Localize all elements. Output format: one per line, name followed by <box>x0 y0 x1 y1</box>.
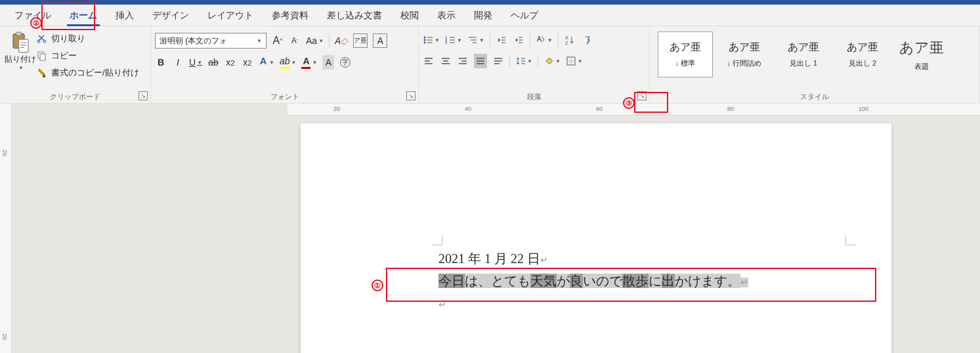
tab-developer[interactable]: 開発 <box>465 5 501 26</box>
copy-button[interactable]: コピー <box>37 50 139 62</box>
style-name: 見出し 2 <box>849 58 876 68</box>
decrease-indent-button[interactable] <box>496 33 507 47</box>
workspace: 20 20 20 40 60 80 100 2021 年 1 月 22 日↵ 今… <box>0 104 980 353</box>
hruler-tick: 80 <box>727 106 859 112</box>
tab-insert[interactable]: 挿入 <box>106 5 143 26</box>
multilevel-icon <box>467 35 478 45</box>
tab-review[interactable]: 校閲 <box>391 5 428 26</box>
enclose-char-button[interactable]: A <box>373 33 387 48</box>
font-color-button[interactable]: A ▼ <box>301 55 317 70</box>
hruler-tick: 40 <box>465 106 596 112</box>
svg-rect-7 <box>43 75 45 77</box>
paragraph-launcher[interactable]: ↘ <box>637 91 647 100</box>
vertical-ruler[interactable]: 20 20 <box>0 104 12 353</box>
copy-label: コピー <box>51 50 77 62</box>
tab-file[interactable]: ファイル <box>5 5 60 26</box>
tab-view[interactable]: 表示 <box>428 5 465 26</box>
font-name-value: 游明朝 (本文のフォ <box>160 35 227 47</box>
highlight-color-button[interactable]: ab ▼ <box>280 55 297 70</box>
borders-button[interactable]: ▼ <box>566 54 583 68</box>
paragraph-mark-icon: ↵ <box>540 255 548 265</box>
style-heading1[interactable]: あア亜 見出し 1 <box>776 31 831 77</box>
style-name: 表題 <box>914 62 929 72</box>
hruler-tick: 20 <box>333 106 465 112</box>
shading-button[interactable]: ▼ <box>543 54 561 68</box>
vruler-tick: 20 <box>1 150 8 156</box>
cut-button[interactable]: 切り取り <box>37 33 139 45</box>
align-center-button[interactable] <box>440 54 452 68</box>
text-effects-button[interactable]: A ▼ <box>259 55 274 70</box>
tab-home[interactable]: ホーム <box>60 5 106 26</box>
group-paragraph: ▼ 123▼ ▼ A▼ AZ <box>419 26 650 103</box>
chevron-down-icon: ▼ <box>18 65 24 71</box>
style-preview: あア亜 <box>670 41 701 54</box>
sort-button[interactable]: AZ <box>564 33 576 47</box>
bullets-button[interactable]: ▼ <box>423 33 440 47</box>
horizontal-ruler[interactable]: 20 40 60 80 100 <box>288 104 980 115</box>
tab-layout[interactable]: レイアウト <box>198 5 263 26</box>
style-normal[interactable]: あア亜 ↓ 標準 <box>658 31 713 77</box>
svg-point-8 <box>424 37 426 39</box>
doc-date-line[interactable]: 2021 年 1 月 22 日 <box>438 251 540 266</box>
text-fill-bar <box>259 67 268 69</box>
show-marks-button[interactable] <box>581 33 593 47</box>
tab-references[interactable]: 参考資料 <box>263 5 318 26</box>
style-title[interactable]: あア亜 表題 <box>894 31 949 77</box>
cut-label: 切り取り <box>51 33 85 45</box>
ruby-button[interactable]: ア亜 <box>353 33 368 48</box>
format-painter-label: 書式のコピー/貼り付け <box>51 67 139 79</box>
superscript-button[interactable]: x2 <box>242 55 253 70</box>
document-area: 20 40 60 80 100 2021 年 1 月 22 日↵ 今日は、とても… <box>12 104 980 353</box>
page[interactable]: 2021 年 1 月 22 日↵ 今日は、とても天気が良いので散歩に出かけます。… <box>301 123 891 353</box>
style-heading2[interactable]: あア亜 見出し 2 <box>835 31 890 77</box>
distribute-button[interactable] <box>492 54 504 68</box>
tab-design[interactable]: デザイン <box>143 5 198 26</box>
multilevel-button[interactable]: ▼ <box>467 33 484 47</box>
hruler-tick: 100 <box>859 106 980 112</box>
tab-help[interactable]: ヘルプ <box>501 5 547 26</box>
style-preview: あア亜 <box>899 38 944 58</box>
ltr-button[interactable]: A▼ <box>536 33 553 47</box>
clipboard-launcher[interactable]: ↘ <box>138 91 148 100</box>
numbering-button[interactable]: 123▼ <box>445 33 462 47</box>
grow-font-button[interactable]: A^ <box>272 33 284 48</box>
borders-icon <box>566 56 576 66</box>
scissors-icon <box>37 33 47 44</box>
tab-mailings[interactable]: 差し込み文書 <box>318 5 391 26</box>
underline-button[interactable]: U▼ <box>189 55 202 70</box>
increase-indent-button[interactable] <box>513 33 524 47</box>
group-font: 游明朝 (本文のフォ ▼ A^ Aˇ Aa▼ A◇ ア亜 A B I U▼ ab <box>151 26 419 103</box>
bold-button[interactable]: B <box>155 55 167 70</box>
doc-body-selected[interactable]: 今日は、とても天気が良いので散歩に出かけます。 <box>438 274 740 288</box>
align-right-button[interactable] <box>457 54 469 68</box>
strike-button[interactable]: ab <box>207 55 219 70</box>
style-nospace[interactable]: あア亜 ↓ 行間詰め <box>717 31 772 77</box>
text-direction-icon: A <box>536 35 546 45</box>
indent-icon <box>513 35 524 45</box>
paste-button[interactable]: 貼り付け ▼ <box>4 29 37 71</box>
title-bar <box>0 0 980 5</box>
justify-button[interactable] <box>474 54 487 68</box>
font-name-select[interactable]: 游明朝 (本文のフォ ▼ <box>155 33 266 49</box>
shrink-font-button[interactable]: Aˇ <box>289 33 301 48</box>
clear-formatting-button[interactable]: A◇ <box>335 33 348 48</box>
paste-label: 貼り付け <box>5 54 36 65</box>
change-case-button[interactable]: Aa▼ <box>306 33 324 48</box>
char-shading-button[interactable]: A <box>322 55 334 70</box>
chevron-down-icon: ▼ <box>257 38 262 44</box>
format-painter-button[interactable]: 書式のコピー/貼り付け <box>37 67 139 79</box>
clipboard-group-label: クリップボード <box>50 92 100 102</box>
italic-button[interactable]: I <box>172 55 184 70</box>
line-spacing-button[interactable]: ▼ <box>515 54 532 68</box>
clipboard-paste-icon <box>11 31 30 54</box>
align-left-button[interactable] <box>423 54 435 68</box>
paragraph-mark-icon: ↵ <box>740 278 748 287</box>
align-right-icon <box>458 56 468 66</box>
enclosed-char-button[interactable]: 字 <box>339 55 351 70</box>
hruler-tick: 60 <box>596 106 727 112</box>
document-text[interactable]: 2021 年 1 月 22 日↵ 今日は、とても天気が良いので散歩に出かけます。… <box>438 247 748 314</box>
bullets-icon <box>423 35 433 45</box>
vruler-tick: 20 <box>1 333 8 340</box>
font-launcher[interactable]: ↘ <box>406 91 415 100</box>
subscript-button[interactable]: x2 <box>224 55 236 70</box>
